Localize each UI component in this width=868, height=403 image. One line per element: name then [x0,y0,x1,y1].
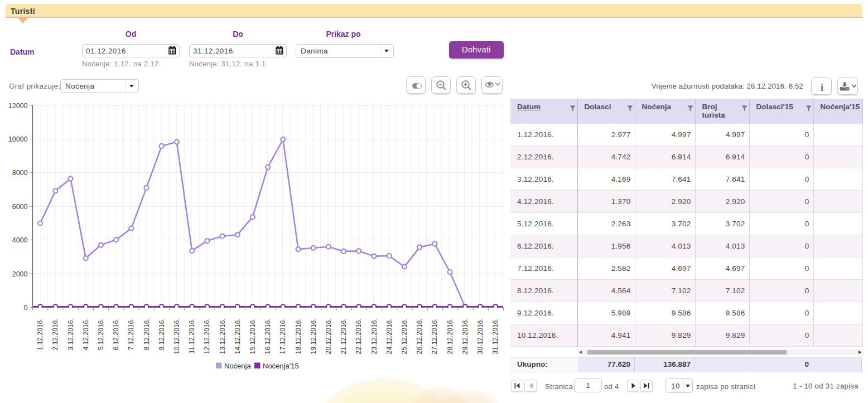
svg-text:4.12.2016.: 4.12.2016. [82,318,90,351]
svg-text:12.12.2016.: 12.12.2016. [203,318,211,354]
svg-text:3.12.2016.: 3.12.2016. [67,318,75,351]
svg-text:12000: 12000 [8,102,28,110]
svg-text:27.12.2016.: 27.12.2016. [431,318,438,354]
svg-text:13.12.2016.: 13.12.2016. [219,318,226,354]
svg-text:20.12.2016.: 20.12.2016. [325,318,332,354]
svg-text:15.12.2016.: 15.12.2016. [249,318,257,354]
svg-text:22.12.2016.: 22.12.2016. [355,318,363,354]
svg-text:10000: 10000 [8,135,28,143]
svg-text:1.12.2016.: 1.12.2016. [36,318,44,351]
svg-text:16.12.2016.: 16.12.2016. [264,318,272,354]
svg-text:8000: 8000 [12,169,28,177]
svg-text:28.12.2016.: 28.12.2016. [446,318,454,354]
svg-text:4000: 4000 [12,236,28,244]
svg-text:6.12.2016.: 6.12.2016. [112,318,120,351]
svg-text:8.12.2016.: 8.12.2016. [143,318,151,351]
svg-text:24.12.2016.: 24.12.2016. [385,318,393,354]
svg-text:23.12.2016.: 23.12.2016. [370,318,378,354]
svg-text:11.12.2016.: 11.12.2016. [188,318,196,353]
svg-text:5.12.2016.: 5.12.2016. [97,318,105,351]
svg-text:2.12.2016.: 2.12.2016. [51,318,59,351]
svg-text:2000: 2000 [12,270,28,278]
svg-text:19.12.2016.: 19.12.2016. [310,318,317,354]
svg-text:29.12.2016.: 29.12.2016. [461,318,469,354]
svg-text:31.12.2016.: 31.12.2016. [491,318,499,354]
svg-text:6000: 6000 [12,203,28,211]
svg-text:9.12.2016.: 9.12.2016. [158,318,166,351]
svg-text:7.12.2016.: 7.12.2016. [127,318,135,351]
svg-text:25.12.2016.: 25.12.2016. [401,318,408,354]
svg-text:0: 0 [24,304,28,312]
svg-text:Noćenja: Noćenja [224,362,251,370]
svg-text:14.12.2016.: 14.12.2016. [234,318,242,354]
svg-text:30.12.2016.: 30.12.2016. [476,318,484,354]
svg-text:Noćenja'15: Noćenja'15 [263,362,299,370]
svg-text:10.12.2016.: 10.12.2016. [173,318,181,354]
svg-text:18.12.2016.: 18.12.2016. [295,318,302,354]
svg-text:26.12.2016.: 26.12.2016. [416,318,423,354]
svg-text:21.12.2016.: 21.12.2016. [340,318,348,354]
svg-text:17.12.2016.: 17.12.2016. [279,318,287,354]
